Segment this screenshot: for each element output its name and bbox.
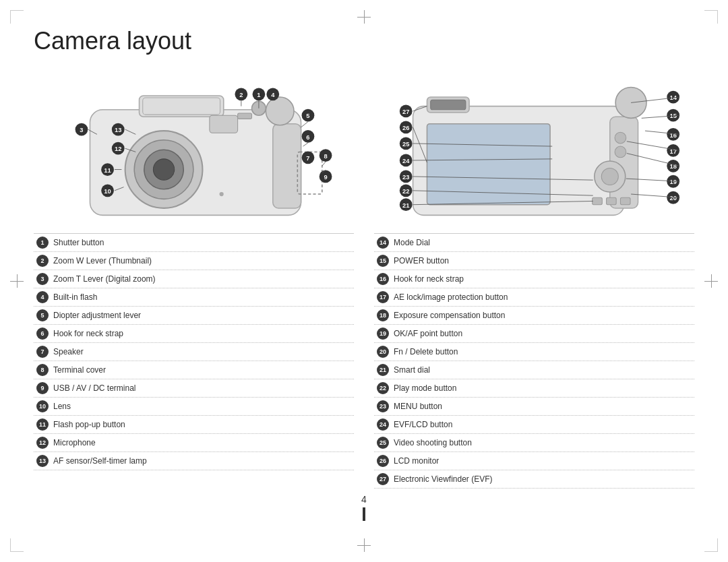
item-label-text: AF sensor/Self-timer lamp <box>53 456 147 466</box>
item-number-badge: 12 <box>36 437 49 449</box>
item-number-badge: 7 <box>36 346 49 358</box>
legend-lists: 1 Shutter button 2 Zoom W Lever (Thumbna… <box>34 233 694 489</box>
item-label-text: LCD monitor <box>394 456 439 466</box>
list-item: 16 Hook for neck strap <box>374 270 694 288</box>
item-number-badge: 24 <box>377 418 389 431</box>
svg-text:9: 9 <box>324 173 327 181</box>
item-label-text: EVF/LCD button <box>394 420 452 429</box>
item-number-badge: 8 <box>36 364 49 376</box>
list-item: 13 AF sensor/Self-timer lamp <box>34 452 354 470</box>
item-label-text: Exposure compensation button <box>394 311 505 320</box>
list-item: 20 Fn / Delete button <box>374 343 694 361</box>
item-number-badge: 5 <box>36 309 49 321</box>
svg-rect-1 <box>273 124 301 208</box>
item-number-badge: 14 <box>377 237 389 249</box>
corner-mark-tl <box>10 10 24 24</box>
item-label-text: OK/AF point button <box>394 329 462 338</box>
item-label-text: Hook for neck strap <box>394 274 464 284</box>
corner-mark-br <box>704 538 718 552</box>
list-item: 7 Speaker <box>34 343 354 361</box>
item-label-text: Microphone <box>53 438 96 447</box>
svg-text:1: 1 <box>257 91 260 98</box>
svg-text:6: 6 <box>306 133 309 141</box>
svg-text:23: 23 <box>402 173 409 181</box>
svg-text:19: 19 <box>669 178 676 185</box>
item-number-badge: 18 <box>377 309 389 321</box>
item-label-text: Fn / Delete button <box>394 347 458 356</box>
list-item: 24 EVF/LCD button <box>374 416 694 434</box>
item-label-text: Flash pop-up button <box>53 420 125 429</box>
item-number-badge: 21 <box>377 364 389 376</box>
svg-text:7: 7 <box>306 154 309 162</box>
right-legend-list: 14 Mode Dial 15 POWER button 16 Hook for… <box>374 233 694 489</box>
svg-point-13 <box>219 192 223 196</box>
list-item: 27 Electronic Viewfinder (EVF) <box>374 470 694 489</box>
list-item: 8 Terminal cover <box>34 361 354 379</box>
svg-text:26: 26 <box>402 124 409 131</box>
item-number-badge: 17 <box>377 291 389 303</box>
svg-rect-63 <box>620 197 630 204</box>
item-number-badge: 2 <box>36 255 49 267</box>
list-item: 6 Hook for neck strap <box>34 325 354 343</box>
list-item: 4 Built-in flash <box>34 288 354 307</box>
item-label-text: Speaker <box>53 347 84 356</box>
corner-mark-bl <box>10 538 24 552</box>
crosshair-bottom <box>357 538 371 552</box>
item-label-text: USB / AV / DC terminal <box>53 383 135 393</box>
list-item: 19 OK/AF point button <box>374 325 694 343</box>
item-number-badge: 25 <box>377 437 389 449</box>
item-label-text: Shutter button <box>53 238 104 247</box>
svg-rect-62 <box>607 197 617 204</box>
svg-point-58 <box>615 146 626 158</box>
list-item: 11 Flash pop-up button <box>34 416 354 434</box>
item-number-badge: 3 <box>36 273 49 285</box>
item-label-text: Built-in flash <box>53 292 97 302</box>
svg-text:17: 17 <box>669 148 676 155</box>
list-item: 1 Shutter button <box>34 234 354 252</box>
item-number-badge: 23 <box>377 400 389 412</box>
item-number-badge: 1 <box>36 237 49 249</box>
item-label-text: Diopter adjustment lever <box>53 311 141 320</box>
item-number-badge: 16 <box>377 273 389 285</box>
camera-back-diagram: 14 15 16 17 18 19 20 <box>371 67 694 222</box>
list-item: 12 Microphone <box>34 434 354 452</box>
list-item: 10 Lens <box>34 398 354 416</box>
item-label-text: POWER button <box>394 256 449 266</box>
item-label-text: MENU button <box>394 402 442 411</box>
crosshair-top <box>357 10 371 24</box>
list-item: 2 Zoom W Lever (Thumbnail) <box>34 252 354 270</box>
svg-point-9 <box>266 97 294 125</box>
item-label-text: Terminal cover <box>53 365 106 375</box>
svg-rect-61 <box>593 197 603 204</box>
item-number-badge: 9 <box>36 382 49 394</box>
svg-text:22: 22 <box>402 187 409 195</box>
item-number-badge: 10 <box>36 400 49 412</box>
svg-text:2: 2 <box>239 91 243 98</box>
svg-line-43 <box>301 122 308 127</box>
svg-point-56 <box>615 87 646 118</box>
list-item: 18 Exposure compensation button <box>374 307 694 325</box>
svg-text:5: 5 <box>306 112 309 119</box>
page-title: Camera layout <box>34 27 694 55</box>
cameras-row: 1 2 3 4 5 6 7 8 <box>34 67 694 222</box>
list-item: 22 Play mode button <box>374 379 694 398</box>
item-number-badge: 27 <box>377 473 389 485</box>
svg-text:25: 25 <box>402 140 409 148</box>
item-number-badge: 6 <box>36 327 49 340</box>
left-legend-list: 1 Shutter button 2 Zoom W Lever (Thumbna… <box>34 233 354 489</box>
item-label-text: Mode Dial <box>394 238 430 247</box>
item-label-text: Lens <box>53 402 71 411</box>
crosshair-right <box>704 274 718 288</box>
svg-text:12: 12 <box>115 145 121 152</box>
item-number-badge: 20 <box>377 346 389 358</box>
item-label-text: Zoom W Lever (Thumbnail) <box>53 256 152 266</box>
svg-text:10: 10 <box>104 187 111 195</box>
item-label-text: Zoom T Lever (Digital zoom) <box>53 274 156 284</box>
item-label-text: Hook for neck strap <box>53 329 123 338</box>
svg-rect-7 <box>143 98 220 115</box>
item-number-badge: 4 <box>36 291 49 303</box>
item-number-badge: 26 <box>377 455 389 467</box>
svg-text:13: 13 <box>115 126 121 133</box>
item-label-text: AE lock/image protection button <box>394 292 508 302</box>
svg-rect-11 <box>238 113 252 119</box>
